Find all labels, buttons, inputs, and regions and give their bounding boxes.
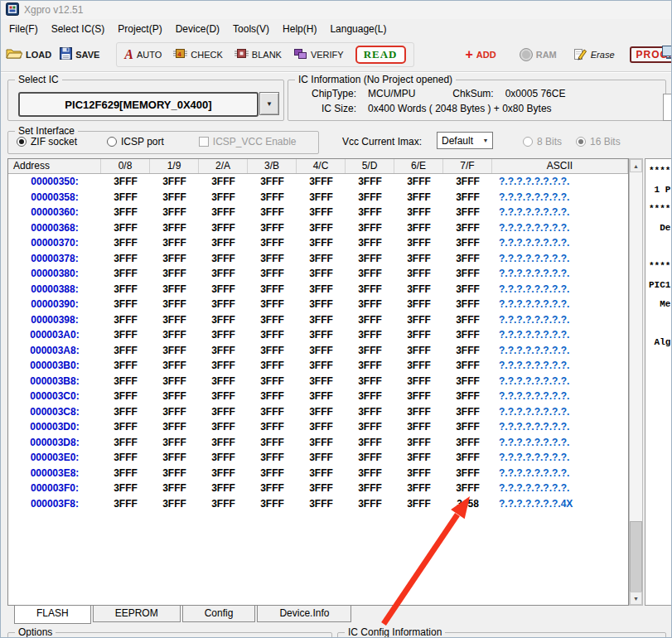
hex-cell[interactable]: 3FFF xyxy=(101,176,150,187)
hex-cell[interactable]: 3FFF xyxy=(346,421,394,433)
hex-cell[interactable]: 3FFF xyxy=(394,437,443,448)
hex-cell[interactable]: 3FFF xyxy=(101,498,150,510)
hex-cell[interactable]: 3FFF xyxy=(150,176,199,187)
hex-cell[interactable]: 3FFF xyxy=(248,406,297,418)
hex-cell[interactable]: 3FFF xyxy=(150,206,199,218)
hex-cell[interactable]: 3FFF xyxy=(443,191,492,203)
vcc-current-select[interactable]: Default ▼ xyxy=(437,132,493,149)
hex-cell[interactable]: 3FFF xyxy=(248,375,297,387)
hex-cell[interactable]: 3FFF xyxy=(297,345,346,356)
ascii-cell[interactable]: ?.?.?.?.?.?.?.?. xyxy=(492,390,628,402)
hex-cell[interactable]: 3FFF xyxy=(248,421,297,433)
hex-cell[interactable]: 3FFF xyxy=(346,437,394,448)
hex-cell[interactable]: 3FFF xyxy=(248,298,297,310)
load-button[interactable]: LOAD xyxy=(6,48,51,62)
hex-cell[interactable]: 3FFF xyxy=(346,375,394,387)
hex-cell[interactable]: 3FFF xyxy=(101,482,150,494)
hex-cell[interactable]: 3FFF xyxy=(346,360,394,371)
selected-device-display[interactable]: PIC12F629[MEMORY_0X400] xyxy=(18,92,259,117)
hex-cell[interactable]: 3FFF xyxy=(150,498,199,510)
save-button[interactable]: SAVE xyxy=(60,47,99,62)
hex-cell[interactable]: 3FFF xyxy=(150,437,199,448)
ascii-cell[interactable]: ?.?.?.?.?.?.?.?. xyxy=(492,421,628,433)
hex-cell[interactable]: 3FFF xyxy=(346,314,394,326)
hex-cell[interactable]: 3FFF xyxy=(101,298,150,310)
hex-cell[interactable]: 3FFF xyxy=(394,222,443,234)
hex-cell[interactable]: 3FFF xyxy=(394,191,443,203)
bits-16-radio[interactable] xyxy=(576,137,586,147)
scroll-up-button[interactable]: ▲ xyxy=(630,159,642,172)
hex-cell[interactable]: 3FFF xyxy=(199,498,248,510)
hex-cell[interactable]: 3FFF xyxy=(150,375,199,387)
hex-cell[interactable]: 3FFF xyxy=(394,176,443,187)
hex-cell[interactable]: 3FFF xyxy=(101,437,150,448)
menu-item[interactable]: Tools(V) xyxy=(226,21,276,37)
hex-cell[interactable]: 3FFF xyxy=(101,329,150,341)
hex-cell[interactable]: 3FFF xyxy=(346,390,394,402)
ascii-cell[interactable]: ?.?.?.?.?.?.?.?. xyxy=(492,375,628,387)
ascii-cell[interactable]: ?.?.?.?.?.?.?.4X xyxy=(492,498,628,510)
hex-cell[interactable]: 3FFF xyxy=(199,298,248,310)
hex-cell[interactable]: 3FFF xyxy=(443,406,492,418)
scrollbar-thumb[interactable] xyxy=(630,521,642,592)
hex-cell[interactable]: 3FFF xyxy=(443,222,492,234)
hex-cell[interactable]: 3FFF xyxy=(248,345,297,356)
hex-cell[interactable]: 3FFF xyxy=(443,268,492,279)
hex-cell[interactable]: 3FFF xyxy=(101,360,150,371)
hex-cell[interactable]: 3FFF xyxy=(394,360,443,371)
hex-cell[interactable]: 3FFF xyxy=(297,467,346,479)
hex-cell[interactable]: 3FFF xyxy=(346,467,394,479)
ascii-cell[interactable]: ?.?.?.?.?.?.?.?. xyxy=(492,222,628,234)
hex-cell[interactable]: 3FFF xyxy=(150,467,199,479)
hex-cell[interactable]: 3FFF xyxy=(248,268,297,279)
hex-cell[interactable]: 3FFF xyxy=(150,283,199,295)
hex-cell[interactable]: 3FFF xyxy=(394,253,443,264)
hex-cell[interactable]: 3FFF xyxy=(394,421,443,433)
hex-cell[interactable]: 3FFF xyxy=(346,176,394,187)
hex-cell[interactable]: 3FFF xyxy=(346,253,394,264)
hex-cell[interactable]: 3FFF xyxy=(443,421,492,433)
ascii-cell[interactable]: ?.?.?.?.?.?.?.?. xyxy=(492,314,628,326)
ascii-cell[interactable]: ?.?.?.?.?.?.?.?. xyxy=(492,452,628,463)
erase-button[interactable]: Erase xyxy=(573,47,615,63)
hex-cell[interactable]: 3FFF xyxy=(443,437,492,448)
hex-cell[interactable]: 3FFF xyxy=(394,329,443,341)
hex-cell[interactable]: 3FFF xyxy=(443,360,492,371)
hex-cell[interactable]: 3FFF xyxy=(443,452,492,463)
hex-cell[interactable]: 3FFF xyxy=(346,206,394,218)
hex-cell[interactable]: 3FFF xyxy=(443,314,492,326)
hex-cell[interactable]: 3FFF xyxy=(101,268,150,279)
hex-cell[interactable]: 3FFF xyxy=(297,176,346,187)
hex-cell[interactable]: 3458 xyxy=(443,498,492,510)
hex-cell[interactable]: 3FFF xyxy=(443,206,492,218)
hex-cell[interactable]: 3FFF xyxy=(394,406,443,418)
bits-8-option[interactable]: 8 Bits xyxy=(523,136,562,147)
hex-cell[interactable]: 3FFF xyxy=(248,206,297,218)
ram-button[interactable]: RAM xyxy=(520,48,557,61)
hex-cell[interactable]: 3FFF xyxy=(297,268,346,279)
hex-cell[interactable]: 3FFF xyxy=(443,482,492,494)
hex-cell[interactable]: 3FFF xyxy=(150,390,199,402)
hex-cell[interactable]: 3FFF xyxy=(297,406,346,418)
hex-cell[interactable]: 3FFF xyxy=(150,191,199,203)
hex-cell[interactable]: 3FFF xyxy=(248,329,297,341)
hex-cell[interactable]: 3FFF xyxy=(150,237,199,249)
hex-cell[interactable]: 3FFF xyxy=(394,482,443,494)
hex-cell[interactable]: 3FFF xyxy=(297,375,346,387)
menu-item[interactable]: Help(H) xyxy=(276,21,323,37)
hex-cell[interactable]: 3FFF xyxy=(199,421,248,433)
hex-cell[interactable]: 3FFF xyxy=(199,345,248,356)
hex-cell[interactable]: 3FFF xyxy=(199,375,248,387)
ascii-cell[interactable]: ?.?.?.?.?.?.?.?. xyxy=(492,298,628,310)
menu-item[interactable]: Project(P) xyxy=(111,21,168,37)
hex-cell[interactable]: 3FFF xyxy=(443,375,492,387)
hex-cell[interactable]: 3FFF xyxy=(199,268,248,279)
hex-cell[interactable]: 3FFF xyxy=(199,467,248,479)
ascii-cell[interactable]: ?.?.?.?.?.?.?.?. xyxy=(492,268,628,279)
ascii-cell[interactable]: ?.?.?.?.?.?.?.?. xyxy=(492,176,628,187)
hex-cell[interactable]: 3FFF xyxy=(297,314,346,326)
ascii-cell[interactable]: ?.?.?.?.?.?.?.?. xyxy=(492,329,628,341)
tab[interactable]: Device.Info xyxy=(257,606,351,622)
hex-cell[interactable]: 3FFF xyxy=(297,360,346,371)
hex-cell[interactable]: 3FFF xyxy=(101,390,150,402)
